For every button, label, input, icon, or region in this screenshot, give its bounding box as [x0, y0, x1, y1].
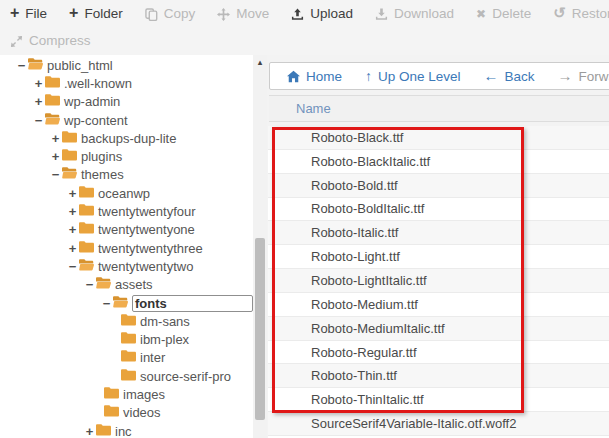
folder-icon	[121, 350, 136, 362]
expand-icon[interactable]: +	[67, 222, 78, 237]
folder-icon	[96, 424, 111, 436]
tree-item-twentytwentyone[interactable]: +twentytwentyone	[0, 221, 253, 239]
tree-item-source-serif-pro[interactable]: source-serif-pro	[0, 367, 253, 385]
tree-item-videos[interactable]: videos	[0, 404, 253, 422]
expand-icon[interactable]: +	[50, 131, 61, 146]
tree-item-label: plugins	[81, 149, 122, 164]
expand-icon[interactable]: +	[84, 424, 95, 438]
expand-icon[interactable]: +	[33, 94, 44, 109]
file-name: Roboto-Light.ttf	[311, 249, 400, 264]
file-row[interactable]: Roboto-Italic.ttf	[268, 221, 609, 245]
tree-item-label: wp-admin	[64, 94, 120, 109]
file-button[interactable]: +File	[10, 6, 47, 21]
file-row[interactable]: Roboto-Thin.ttf	[268, 364, 609, 388]
folder-icon	[78, 204, 95, 219]
collapse-icon[interactable]: −	[84, 277, 95, 292]
expand-icon[interactable]: +	[67, 241, 78, 256]
file-name: Roboto-ThinItalic.ttf	[311, 392, 424, 407]
collapse-icon[interactable]: −	[33, 113, 44, 128]
back-button[interactable]: ←Back	[484, 69, 535, 84]
tree-item-plugins[interactable]: +plugins	[0, 147, 253, 165]
file-row[interactable]: SourceSerif4Variable-Italic.otf.woff2	[268, 412, 609, 436]
folder-icon	[44, 94, 61, 109]
tree-item-label: oceanwp	[98, 186, 150, 201]
open-folder-icon	[61, 167, 78, 182]
folder-icon	[61, 149, 78, 164]
file-row[interactable]: Roboto-Black.ttf	[268, 126, 609, 150]
file-name: Roboto-BoldItalic.ttf	[311, 201, 424, 216]
expand-icon[interactable]: +	[67, 204, 78, 219]
expand-icon[interactable]: +	[67, 186, 78, 201]
tree-item-themes[interactable]: −themes	[0, 166, 253, 184]
scrollbar-up-arrow[interactable]: ▴	[253, 56, 267, 68]
file-row[interactable]: Roboto-LightItalic.ttf	[268, 269, 609, 293]
collapse-icon[interactable]: −	[101, 296, 112, 311]
upload-button[interactable]: Upload	[291, 6, 353, 21]
expand-icon[interactable]: +	[33, 76, 44, 91]
file-row[interactable]: Roboto-Bold.ttf	[268, 174, 609, 198]
tree-item-twentytwentythree[interactable]: +twentytwentythree	[0, 239, 253, 257]
tree-item-images[interactable]: images	[0, 385, 253, 403]
file-row[interactable]: Roboto-Regular.ttf	[268, 341, 609, 365]
open-folder-icon	[28, 58, 43, 70]
file-row[interactable]: Roboto-Light.ttf	[268, 245, 609, 269]
collapse-icon[interactable]: −	[67, 259, 78, 274]
file-row[interactable]: Roboto-BoldItalic.ttf	[268, 198, 609, 222]
file-name: Roboto-Italic.ttf	[311, 225, 398, 240]
tree-item-label: backups-dup-lite	[81, 131, 176, 146]
toolbar-button-label: Copy	[164, 6, 196, 21]
open-folder-icon	[45, 113, 60, 125]
expand-icon[interactable]: +	[50, 149, 61, 164]
tree-item-fonts[interactable]: −fonts	[0, 294, 253, 312]
tree-item-label: twentytwentythree	[98, 241, 203, 256]
tree-item-twentytwentytwo[interactable]: −twentytwentytwo	[0, 257, 253, 275]
folder-button[interactable]: +Folder	[69, 6, 123, 21]
scrollbar-thumb[interactable]	[255, 238, 265, 420]
folder-icon	[121, 369, 136, 381]
tree-item-label: .well-known	[64, 76, 132, 91]
tree-item-inc[interactable]: +inc	[0, 422, 253, 438]
tree-item-label: ibm-plex	[140, 332, 189, 347]
file-row[interactable]: Roboto-BlackItalic.ttf	[268, 150, 609, 174]
tree-item-label: source-serif-pro	[140, 369, 231, 384]
open-folder-icon	[27, 58, 44, 73]
tree-item-twentytwentyfour[interactable]: +twentytwentyfour	[0, 202, 253, 220]
folder-icon	[120, 350, 137, 365]
name-column-header[interactable]: Name	[296, 101, 331, 116]
file-name: Roboto-Medium.ttf	[311, 297, 418, 312]
table-header-row[interactable]: Name	[269, 95, 609, 122]
open-folder-icon	[79, 259, 94, 271]
folder-icon	[120, 332, 137, 347]
tree-item-ibm-plex[interactable]: ibm-plex	[0, 330, 253, 348]
open-folder-icon	[44, 113, 61, 128]
tree-item-oceanwp[interactable]: +oceanwp	[0, 184, 253, 202]
tree-item-publichtml[interactable]: −public_html	[0, 56, 253, 74]
tree-scrollbar[interactable]: ▴	[253, 55, 267, 438]
toolbar-button-label: Move	[236, 6, 269, 21]
open-folder-icon	[95, 277, 112, 292]
tree-item-dm-sans[interactable]: dm-sans	[0, 312, 253, 330]
file-row[interactable]: Roboto-Medium.ttf	[268, 293, 609, 317]
file-rows-container: Roboto-Black.ttfRoboto-BlackItalic.ttfRo…	[268, 126, 609, 438]
tree-item-assets[interactable]: −assets	[0, 276, 253, 294]
tree-item-label: inc	[115, 424, 132, 438]
file-name: Roboto-LightItalic.ttf	[311, 273, 427, 288]
file-row[interactable]: Roboto-ThinItalic.ttf	[268, 388, 609, 412]
file-row[interactable]: Roboto-MediumItalic.ttf	[268, 317, 609, 341]
up-one-level-button[interactable]: ↑Up One Level	[365, 69, 461, 84]
folder-icon	[103, 405, 120, 420]
tree-item-wp-content[interactable]: −wp-content	[0, 111, 253, 129]
file-name: Roboto-Thin.ttf	[311, 368, 397, 383]
tree-item-backups-dup-lite[interactable]: +backups-dup-lite	[0, 129, 253, 147]
open-folder-icon	[62, 167, 77, 179]
file-name: Roboto-Regular.ttf	[311, 345, 417, 360]
collapse-icon[interactable]: −	[50, 167, 61, 182]
tree-item-wp-admin[interactable]: +wp-admin	[0, 93, 253, 111]
tree-item-inter[interactable]: inter	[0, 349, 253, 367]
nav-button-label: Up One Level	[378, 69, 461, 84]
tree-item-well-known[interactable]: +.well-known	[0, 74, 253, 92]
folder-icon	[104, 405, 119, 417]
home-icon	[287, 69, 300, 84]
collapse-icon[interactable]: −	[16, 58, 27, 73]
home-button[interactable]: Home	[287, 69, 342, 84]
